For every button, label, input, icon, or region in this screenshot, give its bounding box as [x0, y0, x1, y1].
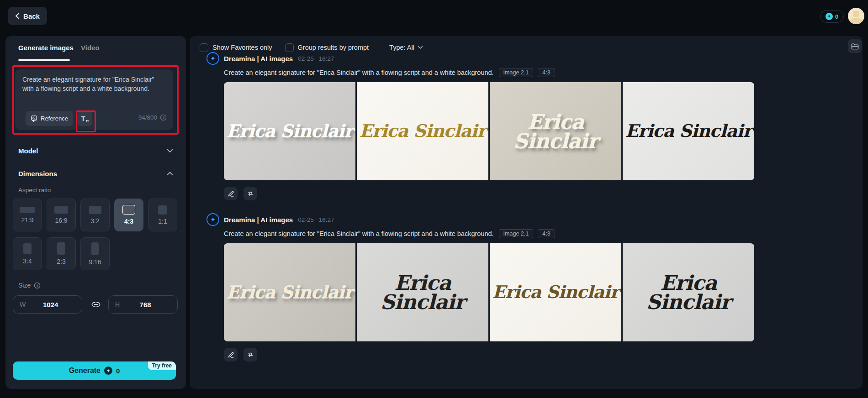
width-field[interactable]: W 1024 [13, 295, 82, 314]
aspect-shape-icon [158, 205, 167, 215]
chevron-down-icon [167, 149, 173, 153]
signature-text: EricaSinclair [381, 273, 465, 312]
show-favorites-checkbox[interactable] [200, 43, 208, 52]
back-label: Back [23, 12, 40, 20]
aspect-shape-icon [57, 242, 65, 255]
generation-panel: Generate images Video Create an elegant … [5, 36, 186, 389]
result-image-row: Erica SinclairErica SinclairEricaSinclai… [224, 82, 754, 180]
aspect-ratio-16-9[interactable]: 16:9 [47, 199, 76, 231]
result-badge: 4:3 [538, 68, 555, 77]
height-field[interactable]: H 768 [108, 295, 178, 314]
panel-tabbar: Generate images Video [5, 36, 186, 61]
credit-star-icon: ✦ [826, 13, 833, 20]
aspect-ratio-21-9[interactable]: 21:9 [13, 199, 42, 231]
signature-text: EricaSinclair [646, 273, 730, 312]
result-image[interactable]: EricaSinclair [623, 243, 754, 341]
signature-text: Erica Sinclair [492, 284, 619, 300]
result-badge: Image 2.1 [499, 68, 534, 77]
size-info-icon[interactable] [34, 282, 41, 289]
generate-button[interactable]: Generate ✦ 0 Try free [13, 361, 176, 380]
chevron-left-icon [15, 13, 20, 19]
aspect-ratio-value: 21:9 [21, 216, 33, 224]
result-prompt-row: Create an elegant signature for "Erica S… [224, 228, 764, 240]
result-image[interactable]: Erica Sinclair [623, 82, 754, 180]
edit-button[interactable] [224, 187, 238, 200]
aspect-shape-icon [54, 206, 68, 214]
back-button[interactable]: Back [8, 7, 47, 25]
tab-video[interactable]: Video [81, 44, 100, 52]
credits-badge[interactable]: ✦ 0 [820, 10, 844, 23]
result-image-row: Erica SinclairEricaSinclairErica Sinclai… [224, 243, 754, 341]
signature-text: Erica Sinclair [625, 123, 752, 139]
aspect-ratio-2-3[interactable]: 2:3 [47, 237, 76, 270]
aspect-ratio-value: 3:4 [23, 257, 32, 265]
size-label: Size [18, 282, 31, 289]
result-group-header: Dreamina | AI images 02-25 16:27 [224, 52, 764, 65]
height-value: 768 [120, 301, 171, 309]
aspect-shape-icon [89, 206, 101, 214]
group-results-checkbox[interactable] [285, 43, 294, 52]
result-image[interactable]: Erica Sinclair [357, 82, 488, 180]
aspect-ratio-value: 9:16 [89, 258, 101, 266]
result-badge: Image 2.1 [499, 229, 534, 238]
type-filter-dropdown[interactable]: Type: All [389, 44, 423, 51]
result-date: 02-25 [298, 216, 314, 223]
link-dimensions-icon[interactable] [90, 300, 101, 309]
model-label: Model [18, 147, 38, 155]
chevron-up-icon [167, 172, 173, 176]
chevron-down-icon [418, 46, 423, 49]
assets-folder-button[interactable] [848, 39, 862, 53]
result-image[interactable]: Erica Sinclair [224, 243, 355, 341]
app-name: Dreamina | AI images [224, 216, 293, 224]
show-favorites-label: Show Favorites only [212, 44, 272, 51]
prompt-input[interactable]: Create an elegant signature for "Erica S… [21, 74, 166, 106]
aspect-ratio-9-16[interactable]: 9:16 [80, 237, 110, 270]
text-quote-button[interactable]: T„ [77, 111, 92, 126]
edit-button[interactable] [224, 348, 238, 361]
aspect-ratio-grid: 21:916:93:24:31:13:42:39:16 [13, 199, 177, 270]
aspect-ratio-value: 4:3 [124, 218, 133, 225]
result-badges: Image 2.14:3 [499, 68, 555, 77]
avatar-silhouette [853, 11, 859, 17]
pencil-icon [228, 190, 234, 197]
char-counter: 94/800 [138, 114, 157, 121]
tab-generate-images[interactable]: Generate images [18, 44, 74, 52]
aspect-ratio-label: Aspect ratio [18, 187, 51, 194]
results-list: ✦ Dreamina | AI images 02-25 16:27 Creat… [206, 52, 764, 374]
aspect-shape-icon [91, 242, 99, 255]
height-label: H [115, 301, 120, 308]
dimensions-label: Dimensions [18, 170, 57, 178]
result-image[interactable]: Erica Sinclair [490, 243, 621, 341]
aspect-ratio-value: 3:2 [90, 217, 99, 225]
result-image[interactable]: EricaSinclair [490, 82, 621, 180]
aspect-ratio-1-1[interactable]: 1:1 [148, 199, 177, 231]
repeat-icon [247, 351, 254, 358]
result-group-header: Dreamina | AI images 02-25 16:27 [224, 213, 764, 226]
aspect-ratio-value: 16:9 [55, 217, 67, 224]
dreamina-logo-icon: ✦ [206, 52, 219, 65]
generate-label: Generate [69, 367, 101, 375]
model-section-toggle[interactable]: Model [18, 144, 173, 157]
generate-credit-cost: 0 [116, 367, 120, 375]
aspect-ratio-3-2[interactable]: 3:2 [80, 199, 110, 231]
signature-text: Erica Sinclair [227, 123, 353, 139]
aspect-ratio-value: 2:3 [57, 258, 65, 265]
info-icon[interactable] [160, 114, 167, 121]
result-badge: 4:3 [538, 229, 555, 238]
folder-icon [851, 43, 859, 50]
aspect-ratio-3-4[interactable]: 3:4 [13, 237, 42, 270]
aspect-ratio-4-3[interactable]: 4:3 [114, 199, 143, 231]
dimensions-section-toggle[interactable]: Dimensions [18, 167, 173, 180]
regenerate-button[interactable] [243, 187, 257, 200]
signature-text: Erica Sinclair [227, 284, 353, 300]
regenerate-button[interactable] [243, 348, 257, 361]
pencil-icon [228, 351, 234, 358]
result-prompt-row: Create an elegant signature for "Erica S… [224, 67, 764, 79]
signature-text: Erica Sinclair [360, 123, 486, 139]
avatar[interactable] [848, 8, 864, 24]
result-image[interactable]: Erica Sinclair [224, 82, 355, 180]
result-prompt: Create an elegant signature for "Erica S… [224, 230, 494, 237]
result-image[interactable]: EricaSinclair [357, 243, 488, 341]
reference-button[interactable]: Reference [26, 111, 73, 126]
width-value: 1024 [26, 301, 75, 309]
